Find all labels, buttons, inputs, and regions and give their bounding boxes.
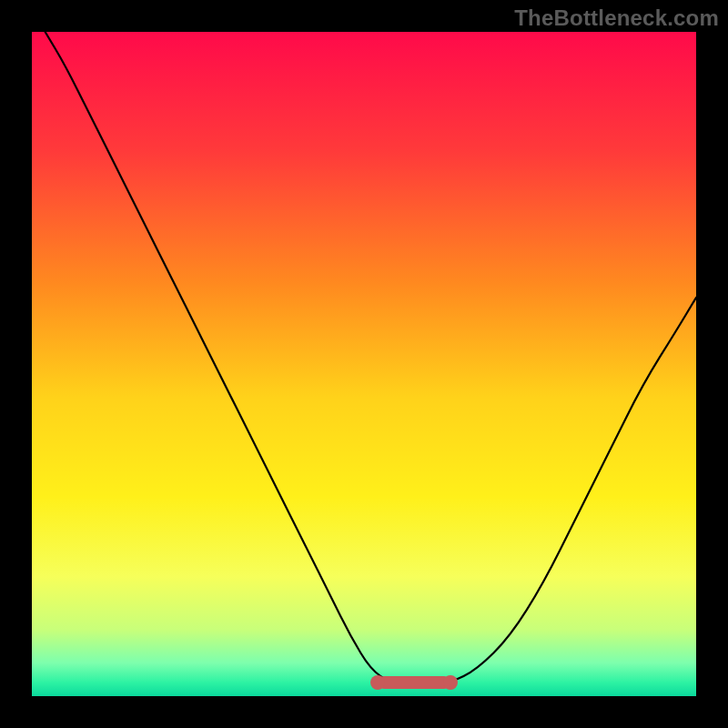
highlight-dot-left — [370, 675, 385, 690]
chart-container: TheBottleneck.com — [0, 0, 728, 728]
bottleneck-curve — [32, 32, 696, 696]
highlight-bar — [378, 676, 450, 689]
plot-area — [32, 32, 696, 696]
watermark-text: TheBottleneck.com — [514, 5, 719, 31]
